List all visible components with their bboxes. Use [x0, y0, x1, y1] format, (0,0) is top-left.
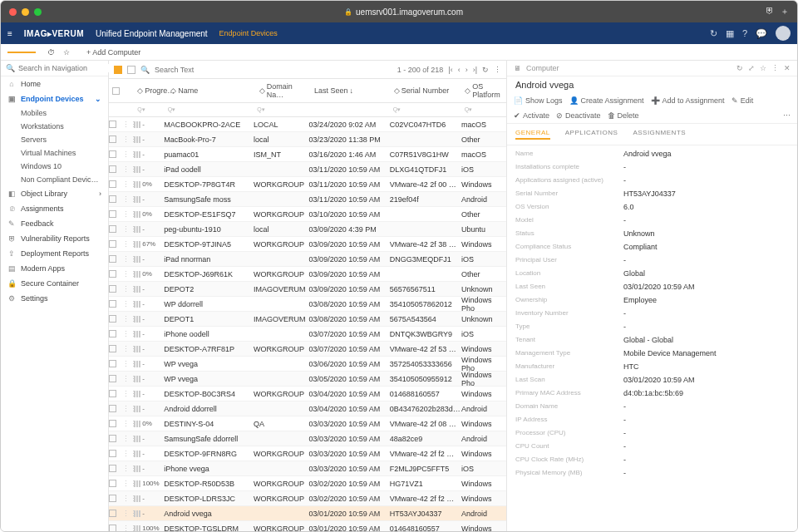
overflow-button[interactable]: ⋯ — [783, 111, 791, 120]
drag-handle[interactable]: ⋮⋮ — [122, 135, 134, 144]
drag-handle[interactable]: ⋮⋮ — [122, 465, 134, 473]
drag-handle[interactable]: ⋮⋮ — [122, 525, 134, 532]
refresh-icon[interactable]: ↻ — [710, 28, 717, 39]
table-row[interactable]: ⋮⋮-iPad nnorman03/09/2020 10:59 AMDNGG3M… — [109, 252, 506, 267]
table-row[interactable]: ⋮⋮-MacBook-Pro-7local03/23/2020 11:38 PM… — [109, 132, 506, 147]
drag-handle[interactable]: ⋮⋮ — [122, 165, 134, 174]
table-row[interactable]: ⋮⋮100%DESKTOP-TGSLDRMWORKGROUP03/01/2020… — [109, 521, 506, 531]
edit-button[interactable]: ✎Edit — [732, 96, 754, 105]
tab-general[interactable]: GENERAL — [515, 129, 550, 140]
row-checkbox[interactable] — [109, 180, 116, 188]
table-row[interactable]: ⋮⋮-DESKTOP-B0C3RS4WORKGROUP03/04/2020 10… — [109, 387, 506, 401]
row-checkbox[interactable] — [109, 270, 116, 278]
more-icon[interactable]: ⋮ — [771, 64, 779, 72]
row-checkbox[interactable] — [109, 240, 116, 248]
col-os[interactable]: ◇ OS Platform — [461, 82, 506, 99]
row-checkbox[interactable] — [109, 360, 116, 367]
menu-icon[interactable]: ≡ — [7, 29, 12, 38]
table-row[interactable]: ⋮⋮-DEPOT2IMAGOVERUM03/09/2020 10:59 AM56… — [109, 282, 506, 297]
drag-handle[interactable]: ⋮⋮ — [122, 210, 134, 219]
close-icon[interactable]: ✕ — [784, 64, 791, 72]
help-icon[interactable]: ? — [742, 28, 747, 38]
col-domain[interactable]: ◇ Domain Na… — [256, 82, 311, 99]
drag-handle[interactable]: ⋮⋮ — [122, 480, 134, 488]
nav-secure-container[interactable]: 🔒Secure Container — [1, 276, 108, 291]
table-row[interactable]: ⋮⋮0%DESKTOP-ES1FSQ7WORKGROUP03/10/2020 1… — [109, 207, 506, 222]
drag-handle[interactable]: ⋮⋮ — [122, 315, 134, 323]
drag-handle[interactable]: ⋮⋮ — [122, 390, 134, 398]
drag-handle[interactable]: ⋮⋮ — [122, 150, 134, 159]
nav-object-library[interactable]: ◧Object Library› — [1, 186, 108, 201]
row-checkbox[interactable] — [109, 525, 116, 531]
table-row[interactable]: ⋮⋮-iPhone oodell03/07/2020 10:59 AMDNTQK… — [109, 327, 506, 342]
table-row[interactable]: ⋮⋮-Android vvega03/01/2020 10:59 AMHT53A… — [109, 506, 506, 521]
row-checkbox[interactable] — [109, 285, 116, 293]
deactivate-button[interactable]: ⊘Deactivate — [556, 111, 601, 120]
tab-applications[interactable]: APPLICATIONS — [565, 129, 618, 140]
table-row[interactable]: ⋮⋮0%DESKTOP-J69R61KWORKGROUP03/09/2020 1… — [109, 267, 506, 282]
row-checkbox[interactable] — [109, 450, 116, 457]
drag-handle[interactable]: ⋮⋮ — [122, 450, 134, 458]
row-checkbox[interactable] — [109, 210, 116, 218]
create-assignment-button[interactable]: 👤Create Assignment — [569, 96, 644, 105]
clock-icon[interactable]: ⏱ — [47, 48, 55, 57]
tab-assignments[interactable]: ASSIGNMENTS — [633, 129, 686, 140]
table-row[interactable]: ⋮⋮-peg-ubuntu-1910local03/09/2020 4:39 P… — [109, 222, 506, 237]
row-checkbox[interactable] — [109, 165, 116, 173]
row-checkbox[interactable] — [109, 255, 116, 263]
drag-handle[interactable]: ⋮⋮ — [122, 345, 134, 353]
expand-icon[interactable]: ⤢ — [748, 64, 755, 72]
table-row[interactable]: ⋮⋮-SamsungSafe moss03/11/2020 10:59 AM21… — [109, 192, 506, 207]
grid-icon[interactable]: ▦ — [726, 28, 734, 39]
show-logs-button[interactable]: 📄Show Logs — [514, 96, 563, 105]
table-row[interactable]: ⋮⋮-DESKTOP-9FRN8RGWORKGROUP03/03/2020 10… — [109, 446, 506, 461]
page-next[interactable]: › — [466, 66, 468, 74]
row-checkbox[interactable] — [109, 300, 116, 308]
nav-settings[interactable]: ⚙Settings — [1, 291, 108, 306]
drag-handle[interactable]: ⋮⋮ — [122, 121, 134, 129]
row-checkbox[interactable] — [109, 135, 116, 143]
table-row[interactable]: ⋮⋮-iPad oodell03/11/2020 10:59 AMDLXG41Q… — [109, 162, 506, 177]
table-row[interactable]: ⋮⋮-WP vvega03/05/2020 10:59 AM3541050509… — [109, 372, 506, 387]
row-checkbox[interactable] — [109, 480, 116, 487]
col-last-seen[interactable]: Last Seen ↓ — [311, 82, 391, 99]
table-row[interactable]: ⋮⋮-puamac01ISM_NT03/16/2020 1:46 AMC07R5… — [109, 147, 506, 162]
row-checkbox[interactable] — [109, 495, 116, 502]
row-checkbox[interactable] — [109, 330, 116, 337]
shield-icon[interactable]: ⛨ — [766, 6, 774, 17]
close-dot[interactable] — [9, 8, 17, 16]
more-icon[interactable]: ⋮ — [494, 66, 501, 74]
table-row[interactable]: ⋮⋮-iPhone vvega03/03/2020 10:59 AMF2MLJ9… — [109, 461, 506, 476]
avatar[interactable] — [776, 26, 791, 41]
refresh-icon[interactable]: ↻ — [482, 66, 489, 74]
row-checkbox[interactable] — [109, 195, 116, 203]
nav-sub-item[interactable]: Mobiles — [1, 106, 108, 120]
plus-icon[interactable]: ＋ — [781, 6, 789, 17]
drag-handle[interactable]: ⋮⋮ — [122, 270, 134, 278]
table-row[interactable]: ⋮⋮-SamsungSafe ddorrell03/03/2020 10:59 … — [109, 431, 506, 446]
table-row[interactable]: ⋮⋮100%DESKTOP-R50D53BWORKGROUP03/02/2020… — [109, 476, 506, 491]
nav-search-input[interactable] — [18, 64, 111, 72]
row-checkbox[interactable] — [109, 405, 116, 412]
page-prev[interactable]: ‹ — [458, 66, 461, 74]
col-serial[interactable]: ◇ Serial Number — [391, 82, 461, 99]
row-checkbox[interactable] — [109, 345, 116, 352]
drag-handle[interactable]: ⋮⋮ — [122, 330, 134, 338]
nav-deployment[interactable]: ⇪Deployment Reports — [1, 246, 108, 261]
activate-button[interactable]: ✔Activate — [514, 111, 549, 120]
table-row[interactable]: ⋮⋮-DEPOT1IMAGOVERUM03/08/2020 10:59 AM56… — [109, 312, 506, 327]
table-row[interactable]: ⋮⋮-Android ddorrell03/04/2020 10:59 AM0B… — [109, 401, 506, 416]
drag-handle[interactable]: ⋮⋮ — [122, 420, 134, 428]
nav-feedback[interactable]: ✎Feedback — [1, 216, 108, 231]
nav-sub-item[interactable]: Virtual Machines — [1, 146, 108, 160]
view-toggle-card[interactable] — [114, 66, 122, 74]
drag-handle[interactable]: ⋮⋮ — [122, 255, 134, 264]
select-all-checkbox[interactable] — [112, 87, 120, 95]
drag-handle[interactable]: ⋮⋮ — [122, 285, 134, 293]
row-checkbox[interactable] — [109, 390, 116, 397]
row-checkbox[interactable] — [109, 420, 116, 427]
star-icon[interactable]: ☆ — [63, 48, 70, 57]
col-progress[interactable]: ◇ Progre… — [134, 82, 167, 99]
grid-search-input[interactable] — [155, 66, 271, 74]
row-checkbox[interactable] — [109, 225, 116, 233]
